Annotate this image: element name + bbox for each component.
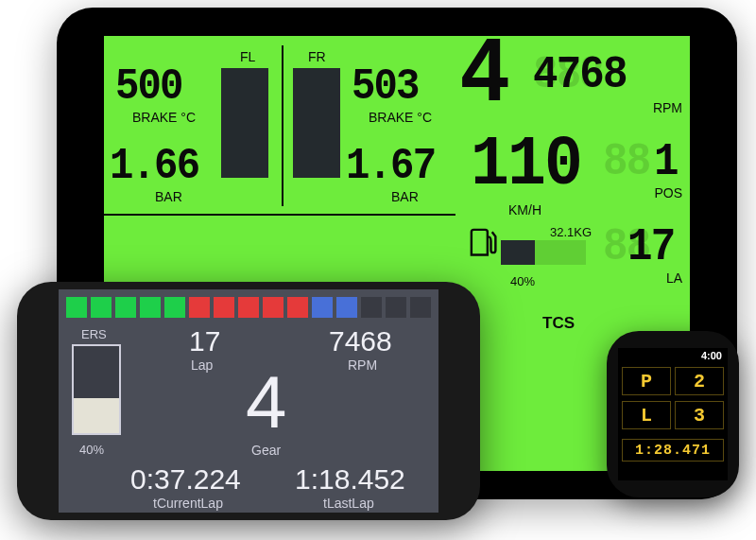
- ers-gauge: [72, 344, 121, 435]
- watch-lap-value: 3: [675, 401, 724, 429]
- lap-label: LA: [666, 270, 682, 286]
- rpm-led: [287, 297, 308, 318]
- phone-gear-label: Gear: [251, 443, 281, 458]
- iphone-device: ERS 40% 17 Lap 7468 RPM 4 Gear 0:37.224 …: [17, 282, 480, 520]
- rpm-led: [386, 297, 406, 318]
- ers-percent: 40%: [79, 443, 104, 457]
- divider-vertical: [282, 45, 284, 206]
- brake-fl-pressure: 1.66: [110, 142, 198, 191]
- rpm-led: [140, 297, 161, 318]
- speed-label: KM/H: [508, 202, 541, 218]
- watch-dashboard: 4:00 P 2 L 3 1:28.471: [618, 348, 728, 480]
- tcurrent-label: tCurrentLap: [153, 496, 223, 511]
- speed-value: 110: [471, 125, 581, 204]
- brake-fr-bar: [293, 68, 340, 178]
- rpm-led: [66, 297, 87, 318]
- brake-fr-temp-unit: BRAKE °C: [369, 110, 432, 125]
- rpm-led: [336, 297, 357, 318]
- watch-row-2: L 3: [622, 401, 724, 429]
- tcurrent-value: 0:37.224: [130, 463, 241, 496]
- brake-fr-temp: 503: [352, 62, 419, 112]
- rpm-led: [91, 297, 112, 318]
- brake-fl-temp: 500: [115, 62, 182, 112]
- fuel-icon: [469, 225, 497, 257]
- brake-fr-bar-unit: BAR: [391, 189, 419, 204]
- gear-display: 4: [459, 36, 508, 128]
- iphone-dashboard: ERS 40% 17 Lap 7468 RPM 4 Gear 0:37.224 …: [59, 289, 438, 513]
- watch-pos-label: P: [622, 367, 671, 395]
- brake-fr-label: FR: [308, 49, 326, 64]
- ers-fill: [74, 398, 119, 433]
- phone-gear-value: 4: [246, 359, 286, 445]
- rpm-led: [189, 297, 210, 318]
- fuel-weight: 32.1KG: [550, 225, 592, 239]
- brake-fl-bar-unit: BAR: [155, 189, 182, 204]
- rpm-label: RPM: [653, 100, 682, 115]
- rpm-led-bar: [59, 289, 438, 322]
- phone-lap-value: 17: [189, 325, 220, 357]
- brake-fl-label: FL: [240, 49, 255, 64]
- rpm-led: [263, 297, 284, 318]
- phone-rpm-value: 7468: [329, 325, 392, 357]
- brake-fl-bar: [221, 68, 268, 178]
- brake-fl-temp-unit: BRAKE °C: [132, 110, 196, 125]
- pos-ghost: 88: [603, 136, 649, 187]
- ers-label: ERS: [81, 327, 107, 341]
- rpm-led: [238, 297, 259, 318]
- rpm-led: [312, 297, 333, 318]
- rpm-led: [410, 297, 431, 318]
- watch-row-1: P 2: [622, 367, 724, 395]
- watch-clock: 4:00: [701, 350, 722, 361]
- phone-rpm-label: RPM: [348, 357, 377, 373]
- watch-lap-label: L: [622, 401, 671, 429]
- fuel-bar-fill: [501, 240, 535, 265]
- tlast-value: 1:18.452: [295, 463, 405, 496]
- watch-laptime: 1:28.471: [622, 439, 724, 462]
- phone-lap-label: Lap: [191, 357, 213, 373]
- watch-pos-value: 2: [675, 367, 724, 395]
- fuel-percent: 40%: [510, 274, 535, 288]
- rpm-value: 4768: [533, 49, 627, 100]
- rpm-led: [164, 297, 185, 318]
- rpm-led: [361, 297, 382, 318]
- rpm-led: [214, 297, 234, 318]
- ers-empty: [74, 346, 119, 398]
- watch-device: 4:00 P 2 L 3 1:28.471: [607, 331, 739, 497]
- lap-value: 17: [627, 221, 674, 272]
- pos-value: 1: [654, 136, 678, 187]
- pos-label: POS: [654, 185, 682, 200]
- tlast-label: tLastLap: [323, 496, 374, 511]
- rpm-led: [115, 297, 136, 318]
- tcs-label: TCS: [542, 314, 575, 333]
- divider-horizontal: [104, 214, 455, 216]
- brake-fr-pressure: 1.67: [346, 142, 435, 191]
